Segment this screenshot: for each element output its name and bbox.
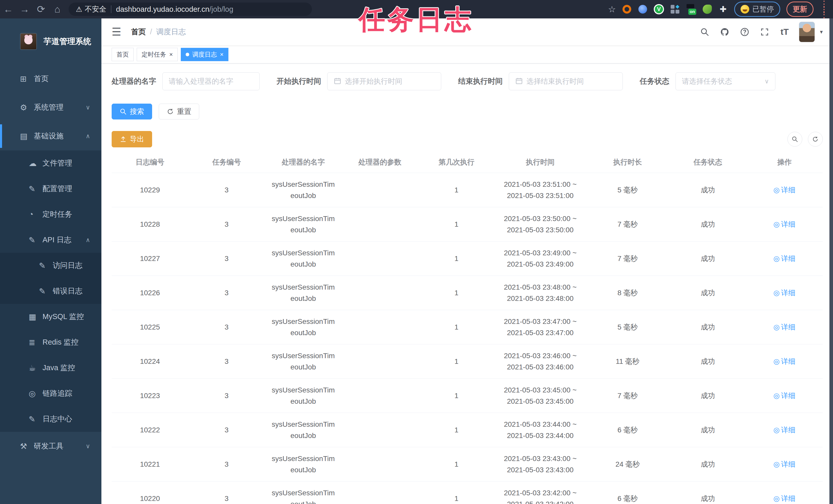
task-status-select[interactable]: ∨ [675, 72, 776, 90]
home-icon[interactable]: ⌂ [49, 4, 66, 15]
extension-icon[interactable] [703, 4, 712, 14]
table-row: 102223sysUserSessionTimeoutJob12021-05-0… [112, 413, 823, 447]
detail-link[interactable]: ◎详细 [774, 494, 795, 503]
sidebar-item-file-management[interactable]: ☁文件管理 [0, 150, 101, 176]
sidebar-item-infrastructure[interactable]: ▤基础设施∧ [0, 122, 101, 150]
bookmark-star-icon[interactable]: ☆ [608, 4, 616, 14]
fullscreen-icon[interactable] [759, 26, 770, 37]
edit-icon: ✎ [39, 261, 52, 271]
extension-icon[interactable] [670, 4, 680, 14]
redis-icon: ≣ [29, 338, 42, 347]
tab-scheduled-tasks[interactable]: 定时任务 × [137, 48, 178, 61]
blue-orb-icon [638, 5, 647, 14]
help-icon[interactable] [739, 26, 750, 37]
address-bar[interactable]: ⚠ 不安全 dashboard.yudao.iocoder.cn /job/lo… [69, 3, 312, 16]
close-icon[interactable]: × [220, 51, 223, 57]
sidebar-item-system-management[interactable]: ⚙系统管理∨ [0, 93, 101, 122]
back-icon[interactable]: ← [0, 4, 16, 15]
sidebar-item-home[interactable]: ⊞首页 [0, 65, 101, 93]
extension-icon[interactable] [622, 4, 632, 14]
breadcrumb-home[interactable]: 首页 [131, 27, 146, 37]
paused-badge[interactable]: 已暂停 [734, 2, 780, 17]
cell-log-id: 10226 [112, 289, 188, 297]
field-label: 任务状态 [640, 76, 669, 86]
field-label: 结束执行时间 [458, 76, 503, 86]
column-header: 处理器的参数 [341, 157, 418, 167]
tab-home[interactable]: 首页 [112, 48, 134, 61]
breadcrumb-separator: / [150, 28, 152, 36]
cell-handler-name: sysUserSessionTimeoutJob [265, 179, 341, 201]
forward-icon[interactable]: → [16, 4, 33, 15]
app-shell: 芋道管理系统 ⊞首页⚙系统管理∨▤基础设施∧☁文件管理✎配置管理◔定时任务✎AP… [0, 19, 833, 504]
extension-icon[interactable]: on [686, 4, 696, 15]
detail-link[interactable]: ◎详细 [774, 357, 795, 367]
sidebar-item-access-log[interactable]: ✎访问日志 [0, 253, 101, 278]
font-size-icon[interactable]: tT [779, 26, 790, 37]
cell-exec-time: 2021-05-03 23:47:00 ~2021-05-03 23:47:00 [495, 316, 586, 338]
close-icon[interactable]: × [169, 51, 173, 57]
extension-icon[interactable]: V [654, 4, 664, 14]
extension-icon[interactable] [638, 4, 648, 14]
sidebar-item-java-monitor[interactable]: ☕Java 监控 [0, 355, 101, 381]
search-button[interactable]: 搜索 [112, 104, 152, 120]
sidebar-item-scheduled-tasks[interactable]: ◔定时任务 [0, 202, 101, 227]
tab-label: 定时任务 [142, 50, 166, 58]
extensions-puzzle-icon[interactable]: ✚ [718, 4, 728, 14]
search-icon[interactable] [699, 26, 710, 37]
sidebar-item-redis-monitor[interactable]: ≣Redis 监控 [0, 329, 101, 355]
detail-link[interactable]: ◎详细 [774, 185, 795, 195]
detail-link[interactable]: ◎详细 [774, 288, 795, 298]
cell-duration: 8 毫秒 [586, 288, 669, 298]
detail-link[interactable]: ◎详细 [774, 425, 795, 435]
refresh-table-button[interactable] [808, 132, 823, 147]
cell-task-id: 3 [188, 255, 265, 263]
task-status-input[interactable] [682, 77, 762, 85]
handler-name-line1: sysUserSessionTim [268, 487, 339, 499]
detail-link[interactable]: ◎详细 [774, 220, 795, 229]
start-time-input[interactable] [345, 77, 435, 85]
browser-chrome: ← → ⟳ ⌂ ⚠ 不安全 dashboard.yudao.iocoder.cn… [0, 0, 833, 19]
sidebar-item-mysql-monitor[interactable]: ▦MySQL 监控 [0, 304, 101, 329]
cell-status: 成功 [670, 459, 746, 469]
end-time-input[interactable] [526, 77, 616, 85]
sidebar-item-error-log[interactable]: ✎错误日志 [0, 278, 101, 304]
browser-menu-icon[interactable]: ⋮⋮⋮ [820, 1, 828, 17]
export-button[interactable]: 导出 [112, 131, 152, 147]
reset-button[interactable]: 重置 [159, 104, 199, 120]
sidebar-toggle-icon[interactable]: ☰ [112, 26, 121, 38]
sidebar-item-api-log[interactable]: ✎API 日志∧ [0, 227, 101, 253]
reload-icon[interactable]: ⟳ [33, 4, 49, 15]
column-header: 处理器的名字 [265, 157, 341, 167]
scrollbar[interactable] [829, 19, 833, 504]
right-toolbar [787, 132, 823, 147]
sidebar-item-label: 日志中心 [43, 414, 72, 424]
sidebar-item-trace[interactable]: ◎链路追踪 [0, 381, 101, 406]
detail-link[interactable]: ◎详细 [774, 254, 795, 263]
exec-time-end: 2021-05-03 23:50:00 [497, 224, 583, 236]
cell-handler-name: sysUserSessionTimeoutJob [265, 247, 341, 270]
table-row: 102253sysUserSessionTimeoutJob12021-05-0… [112, 310, 823, 344]
toggle-search-button[interactable] [787, 132, 802, 147]
handler-name-input[interactable] [169, 77, 253, 85]
sidebar-item-dev-tools[interactable]: ⚒研发工具∨ [0, 432, 101, 460]
refresh-icon [167, 108, 174, 115]
cell-duration: 6 毫秒 [586, 425, 669, 435]
cell-exec-index: 1 [418, 186, 495, 194]
detail-link[interactable]: ◎详细 [774, 459, 795, 469]
detail-link[interactable]: ◎详细 [774, 391, 795, 401]
sidebar-logo-row[interactable]: 芋道管理系统 [0, 19, 101, 65]
sidebar-item-log-center[interactable]: ✎日志中心 [0, 406, 101, 432]
tab-job-log[interactable]: 调度日志 × [181, 48, 229, 61]
chevron-down-icon[interactable]: ▾ [820, 29, 823, 35]
search-actions: 搜索 重置 [112, 104, 823, 120]
sidebar-item-label: Java 监控 [43, 363, 75, 373]
detail-link[interactable]: ◎详细 [774, 322, 795, 332]
user-avatar[interactable] [799, 22, 815, 42]
sidebar-item-config-management[interactable]: ✎配置管理 [0, 176, 101, 202]
table-row: 102293sysUserSessionTimeoutJob12021-05-0… [112, 173, 823, 207]
detail-label: 详细 [781, 357, 795, 367]
update-button[interactable]: 更新 [786, 2, 813, 17]
github-icon[interactable] [719, 26, 730, 37]
handler-name-line1: sysUserSessionTim [268, 179, 339, 190]
exec-time-start: 2021-05-03 23:51:00 ~ [497, 179, 583, 190]
